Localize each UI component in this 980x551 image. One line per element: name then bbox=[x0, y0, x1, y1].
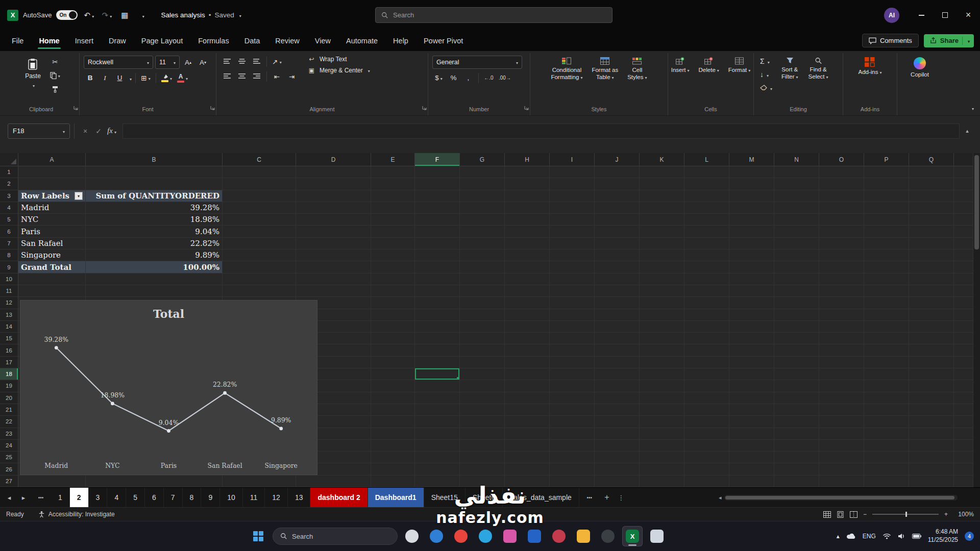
cell-p5[interactable] bbox=[864, 214, 909, 226]
cell-d4[interactable] bbox=[296, 202, 371, 214]
align-middle-icon[interactable] bbox=[235, 56, 248, 67]
cell-l23[interactable] bbox=[684, 428, 729, 440]
cell-i21[interactable] bbox=[550, 404, 595, 416]
cell-h23[interactable] bbox=[505, 428, 550, 440]
conditional-formatting-button[interactable]: ConditionalFormatting bbox=[548, 56, 585, 83]
cell-k11[interactable] bbox=[640, 285, 684, 297]
row-header-11[interactable]: 11 bbox=[0, 285, 18, 297]
cell-n6[interactable] bbox=[774, 226, 819, 237]
row-header-25[interactable]: 25 bbox=[0, 452, 18, 463]
cell-q18[interactable] bbox=[909, 368, 954, 380]
cell-a6[interactable]: Paris bbox=[18, 226, 86, 237]
cell-i7[interactable] bbox=[550, 238, 595, 249]
cell-k18[interactable] bbox=[640, 368, 684, 380]
quick-access-chevron-icon[interactable] bbox=[136, 9, 149, 22]
cell-o4[interactable] bbox=[819, 202, 864, 214]
cell-q1[interactable] bbox=[909, 166, 954, 178]
cell-h15[interactable] bbox=[505, 333, 550, 344]
cell-o21[interactable] bbox=[819, 404, 864, 416]
sheet-tab-sheet15[interactable]: Sheet15 bbox=[424, 488, 465, 507]
row-header-27[interactable]: 27 bbox=[0, 475, 18, 487]
wrap-text-button[interactable]: ↩Wrap Text bbox=[307, 56, 370, 63]
column-header-f[interactable]: F bbox=[415, 153, 460, 166]
quick-access-icon[interactable]: ▦ bbox=[118, 9, 131, 22]
cell-q19[interactable] bbox=[909, 380, 954, 392]
cell-f3[interactable] bbox=[415, 190, 460, 202]
cell-b6[interactable]: 9.04% bbox=[86, 226, 223, 237]
formula-bar-expand-icon[interactable]: ▴ bbox=[960, 128, 975, 134]
cell-h3[interactable] bbox=[505, 190, 550, 202]
close-button[interactable]: × bbox=[957, 0, 980, 30]
cell-h21[interactable] bbox=[505, 404, 550, 416]
start-button[interactable] bbox=[248, 526, 268, 546]
cell-j1[interactable] bbox=[595, 166, 640, 178]
ribbon-tab-draw[interactable]: Draw bbox=[101, 30, 134, 51]
cell-styles-button[interactable]: CellStyles bbox=[624, 56, 650, 83]
cell-n13[interactable] bbox=[774, 309, 819, 321]
cell-l25[interactable] bbox=[684, 452, 729, 463]
ribbon-tab-view[interactable]: View bbox=[307, 30, 338, 51]
cell-e27[interactable] bbox=[371, 475, 415, 487]
zoom-in-button[interactable]: + bbox=[944, 511, 948, 518]
cell-g16[interactable] bbox=[460, 344, 505, 356]
ribbon-tab-formulas[interactable]: Formulas bbox=[190, 30, 236, 51]
cell-p19[interactable] bbox=[864, 380, 909, 392]
cell-m6[interactable] bbox=[729, 226, 774, 237]
paste-button[interactable]: Paste bbox=[20, 56, 45, 91]
cell-h18[interactable] bbox=[505, 368, 550, 380]
cell-b9[interactable]: 100.00% bbox=[86, 261, 223, 273]
cell-p26[interactable] bbox=[864, 463, 909, 475]
cell-g20[interactable] bbox=[460, 392, 505, 404]
cell-f5[interactable] bbox=[415, 214, 460, 226]
cell-p14[interactable] bbox=[864, 321, 909, 333]
cell-i2[interactable] bbox=[550, 178, 595, 190]
hscroll-left-icon[interactable]: ◂ bbox=[719, 494, 722, 501]
cell-m3[interactable] bbox=[729, 190, 774, 202]
cell-o1[interactable] bbox=[819, 166, 864, 178]
cell-h13[interactable] bbox=[505, 309, 550, 321]
cell-g21[interactable] bbox=[460, 404, 505, 416]
cell-l13[interactable] bbox=[684, 309, 729, 321]
cell-k4[interactable] bbox=[640, 202, 684, 214]
sheet-overflow-icon[interactable]: ••• bbox=[579, 488, 600, 507]
cell-g2[interactable] bbox=[460, 178, 505, 190]
cell-q2[interactable] bbox=[909, 178, 954, 190]
cell-b8[interactable]: 9.89% bbox=[86, 249, 223, 261]
notification-badge[interactable]: 4 bbox=[965, 532, 974, 541]
cell-q13[interactable] bbox=[909, 309, 954, 321]
column-header-p[interactable]: P bbox=[864, 153, 909, 166]
sheet-tab-sales-data-sample[interactable]: sales_data_sample bbox=[503, 488, 579, 507]
cancel-icon[interactable]: × bbox=[79, 124, 92, 138]
cell-i25[interactable] bbox=[550, 452, 595, 463]
cell-n11[interactable] bbox=[774, 285, 819, 297]
column-header-c[interactable]: C bbox=[223, 153, 296, 166]
row-header-20[interactable]: 20 bbox=[0, 392, 18, 404]
row-header-9[interactable]: 9 bbox=[0, 261, 18, 273]
cell-e14[interactable] bbox=[371, 321, 415, 333]
redo-icon[interactable]: ↷ bbox=[100, 9, 113, 22]
format-painter-button[interactable] bbox=[48, 83, 62, 95]
cell-m14[interactable] bbox=[729, 321, 774, 333]
row-header-23[interactable]: 23 bbox=[0, 428, 18, 440]
cell-q21[interactable] bbox=[909, 404, 954, 416]
cell-e21[interactable] bbox=[371, 404, 415, 416]
horizontal-scrollbar-thumb[interactable] bbox=[725, 496, 954, 499]
vertical-scrollbar[interactable] bbox=[973, 153, 980, 487]
column-header-n[interactable]: N bbox=[774, 153, 819, 166]
cell-j17[interactable] bbox=[595, 357, 640, 368]
taskbar-store-icon[interactable] bbox=[524, 526, 545, 546]
cell-o9[interactable] bbox=[819, 261, 864, 273]
cell-m22[interactable] bbox=[729, 416, 774, 428]
sheet-tab-sheet6[interactable]: Sheet6 bbox=[465, 488, 503, 507]
cell-g10[interactable] bbox=[460, 273, 505, 285]
cell-f13[interactable] bbox=[415, 309, 460, 321]
cell-c10[interactable] bbox=[223, 273, 296, 285]
wifi-icon[interactable] bbox=[883, 533, 891, 539]
cell-q6[interactable] bbox=[909, 226, 954, 237]
cell-l27[interactable] bbox=[684, 475, 729, 487]
cell-p8[interactable] bbox=[864, 249, 909, 261]
cell-j27[interactable] bbox=[595, 475, 640, 487]
row-header-14[interactable]: 14 bbox=[0, 321, 18, 333]
cell-l8[interactable] bbox=[684, 249, 729, 261]
cell-h16[interactable] bbox=[505, 344, 550, 356]
